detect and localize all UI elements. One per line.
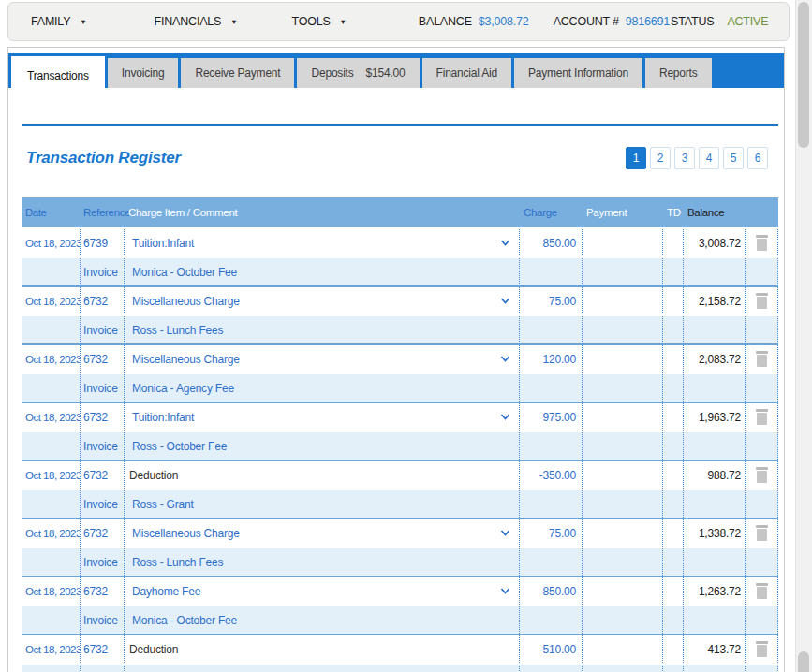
reference-cell: 6732 <box>81 461 125 489</box>
trash-icon <box>757 239 767 251</box>
td-cell <box>663 519 684 547</box>
chevron-down-icon <box>500 240 510 246</box>
charge-cell: -510.00 <box>520 635 583 663</box>
divider-line <box>22 124 778 126</box>
date-cell: Oct 18, 2023 <box>22 287 81 314</box>
scrollbar-thumb[interactable] <box>798 2 809 148</box>
charge-cell: 120.00 <box>520 345 583 373</box>
balance-cell: 1,963.72 <box>684 403 746 431</box>
date-cell <box>22 432 81 460</box>
charge-item-cell: Deduction <box>125 461 520 489</box>
trash-icon <box>757 471 767 483</box>
tab-payment-information[interactable]: Payment Information <box>514 58 642 88</box>
trash-icon-lid <box>756 293 768 296</box>
menu-family-label: FAMILY <box>31 15 70 28</box>
invoice-comment-row: InvoiceRoss - Lunch Fees <box>22 314 778 343</box>
charge-item-select[interactable]: Miscellaneous Charge <box>125 527 519 540</box>
comment-text: Monica - Agency Fee <box>125 382 234 395</box>
invoice-type-cell: Invoice <box>81 548 125 576</box>
date-cell: Oct 18, 2023 <box>22 461 81 489</box>
charge-cell <box>520 606 583 634</box>
vertical-scrollbar[interactable] <box>795 0 812 672</box>
charge-item-select[interactable]: Tuition:Infant <box>125 237 519 250</box>
charge-cell <box>520 548 583 576</box>
delete-button[interactable] <box>755 409 769 425</box>
td-cell <box>663 316 684 343</box>
page-button-5[interactable]: 5 <box>723 147 744 169</box>
tab-invoicing[interactable]: Invoicing <box>108 58 179 88</box>
tab-label: Receive Payment <box>195 66 280 80</box>
charge-cell: -350.00 <box>520 461 583 489</box>
menu-family[interactable]: FAMILY ▼ <box>31 15 87 28</box>
chevron-down-icon <box>500 414 510 420</box>
trash-icon <box>757 413 767 425</box>
tab-deposits[interactable]: Deposits$154.00 <box>297 58 419 88</box>
page-button-6[interactable]: 6 <box>747 147 768 169</box>
header-payment: Payment <box>583 207 663 218</box>
comment-text: Ross - Grant <box>125 498 194 511</box>
menu-tools[interactable]: TOOLS ▼ <box>291 15 346 28</box>
chevron-down-icon: ▼ <box>230 18 237 26</box>
scrollbar-thumb-bottom[interactable] <box>798 651 809 672</box>
tab-receive-payment[interactable]: Receive Payment <box>181 58 294 88</box>
tab-label: Invoicing <box>122 66 165 80</box>
page-button-3[interactable]: 3 <box>674 147 695 169</box>
tab-transactions[interactable]: Transactions <box>11 56 105 95</box>
header-date: Date <box>22 207 81 218</box>
balance-cell: 2,158.72 <box>684 287 746 314</box>
actions-cell <box>746 374 778 402</box>
transaction-group: Oct 18, 20236732Miscellaneous Charge75.0… <box>22 285 778 343</box>
tab-reports[interactable]: Reports <box>645 58 712 88</box>
page-button-1[interactable]: 1 <box>626 147 646 169</box>
date-cell <box>22 258 81 285</box>
charge-cell <box>520 490 583 518</box>
delete-button[interactable] <box>755 351 769 367</box>
delete-button[interactable] <box>755 583 769 599</box>
balance-display: BALANCE $3,008.72 <box>419 15 529 28</box>
page-title: Transaction Register <box>26 149 181 168</box>
charge-item-cell: Dayhome Fee <box>125 577 520 605</box>
menu-financials[interactable]: FINANCIALS ▼ <box>155 15 238 28</box>
charge-item-select[interactable]: Miscellaneous Charge <box>125 353 519 366</box>
page-button-2[interactable]: 2 <box>650 147 671 169</box>
trash-icon-lid <box>756 641 768 644</box>
reference-cell: 6732 <box>81 635 125 663</box>
payment-cell <box>583 287 663 314</box>
charge-item-cell: Miscellaneous Charge <box>125 519 520 547</box>
charge-cell <box>520 258 583 285</box>
charge-cell <box>520 316 583 343</box>
tab-financial-aid[interactable]: Financial Aid <box>422 58 511 88</box>
actions-cell <box>746 287 778 314</box>
page-button-4[interactable]: 4 <box>699 147 719 169</box>
chevron-down-icon: ▼ <box>340 18 347 26</box>
td-cell <box>663 606 684 634</box>
comment-cell: Ross - Lunch Fees <box>125 316 520 343</box>
balance-cell: 3,008.72 <box>684 229 746 256</box>
charge-cell: 75.00 <box>520 287 583 314</box>
actions-cell <box>746 635 778 663</box>
charge-item-value: Tuition:Infant <box>132 411 194 424</box>
charge-item-select[interactable]: Tuition:Infant <box>125 411 519 424</box>
delete-button[interactable] <box>755 293 769 309</box>
delete-button[interactable] <box>755 641 769 657</box>
charge-item-select[interactable]: Miscellaneous Charge <box>125 295 519 308</box>
transaction-row: Oct 18, 20236732Deduction-350.00988.72 <box>22 461 778 489</box>
date-cell <box>22 490 81 518</box>
payment-cell <box>583 635 663 663</box>
account-display: ACCOUNT # 9816691 STATUS ACTIVE <box>554 15 769 28</box>
tab-label: Transactions <box>27 69 89 82</box>
delete-button[interactable] <box>755 467 769 483</box>
comment-text: Monica - October Fee <box>125 266 237 279</box>
delete-button[interactable] <box>755 235 769 251</box>
trash-icon <box>757 529 767 541</box>
charge-cell: 975.00 <box>520 403 583 431</box>
charge-item-cell: Miscellaneous Charge <box>125 345 520 373</box>
trash-icon <box>757 587 767 599</box>
header-balance: Balance <box>684 207 746 218</box>
reference-cell: 6732 <box>81 287 125 314</box>
date-cell: Oct 18, 2023 <box>22 345 81 373</box>
invoice-comment-row: InvoiceMonica - October Fee <box>22 605 778 634</box>
delete-button[interactable] <box>755 525 769 541</box>
transaction-group: Oct 18, 20236732Tuition:Infant975.001,96… <box>22 402 778 460</box>
charge-item-select[interactable]: Dayhome Fee <box>125 585 519 598</box>
